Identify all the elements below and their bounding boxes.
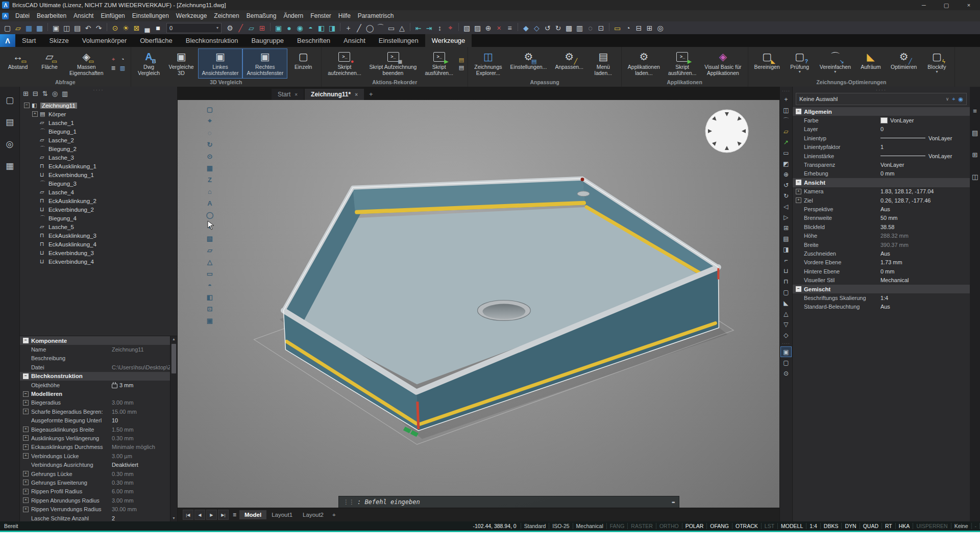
toolbar-icon[interactable]: ▦ xyxy=(34,23,45,33)
viewport-tool-icon[interactable]: ↻ xyxy=(204,139,215,149)
tree-item[interactable]: − ◧ Zeichnung11 xyxy=(20,101,177,110)
property-value[interactable]: Aus xyxy=(880,206,890,212)
toolbar-icon[interactable]: ☀ xyxy=(120,23,131,33)
tool-icon[interactable]: ▭ xyxy=(780,147,792,158)
property-row[interactable]: + Gehrungs Erweiterung 0.30 mm xyxy=(20,478,177,487)
status-toggle[interactable]: DBKS xyxy=(821,523,842,529)
toolbar-icon[interactable]: ◌ xyxy=(585,23,596,33)
property-value[interactable]: 0.30 mm xyxy=(112,435,134,441)
row-expander[interactable]: + xyxy=(23,444,29,450)
ribbon-button[interactable]: ▣ Vergleiche3D xyxy=(165,48,198,79)
property-value[interactable]: Zeichnung11 xyxy=(112,346,144,353)
toolbar-icon[interactable]: ↶ xyxy=(83,23,93,33)
menu-item[interactable]: Zeichnen xyxy=(210,12,242,19)
view-compass[interactable] xyxy=(704,108,750,154)
tree-item[interactable]: ⌒ Biegung_3 xyxy=(20,179,177,188)
property-value[interactable]: Aus xyxy=(880,251,890,257)
tool-icon[interactable]: ⊓ xyxy=(780,276,792,287)
property-value[interactable]: Minimale möglich xyxy=(112,444,155,450)
toolbar-icon[interactable] xyxy=(270,23,271,31)
menu-item[interactable]: Fenster xyxy=(307,12,335,19)
viewport-tool-icon[interactable]: △ xyxy=(204,257,215,267)
toolbar-icon[interactable]: ⊡ xyxy=(596,23,606,33)
ribbon-tab[interactable]: Volumenkörper xyxy=(76,34,133,47)
property-value[interactable]: 0 xyxy=(880,126,884,132)
tree-item[interactable]: + ▤ Körper xyxy=(20,110,177,118)
add-layout-button[interactable]: + xyxy=(329,512,339,518)
status-toggle[interactable]: 1:4 xyxy=(806,523,821,529)
toolbar-icon[interactable] xyxy=(340,23,340,31)
property-row[interactable]: + Gehrungs Lücke 0.30 mm xyxy=(20,469,177,478)
toolbar-icon[interactable]: ▧ xyxy=(461,23,472,33)
ribbon-button[interactable]: ↔▭ Abstand xyxy=(2,48,34,79)
toolbar-icon[interactable]: ⌒ xyxy=(375,23,386,33)
app-logo-icon-small[interactable]: Λ xyxy=(2,13,9,19)
scroll-up-icon[interactable]: ▲ xyxy=(172,336,176,342)
toolbar-icon[interactable]: ◯ xyxy=(364,23,375,33)
property-row[interactable]: + Biegeausklinkungs Breite 1.50 mm xyxy=(20,425,177,434)
close-icon[interactable]: × xyxy=(295,92,298,97)
toolbar-icon[interactable]: ◎ xyxy=(655,23,666,33)
property-row[interactable]: Linientypfaktor 1 xyxy=(793,143,970,152)
mini-tool-icon[interactable]: ▤ xyxy=(459,57,464,63)
toolbar-icon[interactable]: ▣ xyxy=(273,23,284,33)
property-row[interactable]: + Scharfe Biegeradius Begren: 15.00 mm xyxy=(20,407,177,416)
property-row[interactable]: + Eckausklinkungs Durchmess Minimale mög… xyxy=(20,443,177,452)
toolbar-icon[interactable]: ▦ xyxy=(23,23,34,33)
row-expander[interactable]: + xyxy=(23,480,29,485)
viewport-tool-icon[interactable]: ◯ xyxy=(204,210,215,220)
tool-icon[interactable]: ▢ xyxy=(780,357,792,368)
ribbon-tab[interactable]: Start xyxy=(15,34,42,47)
tool-icon[interactable]: ◇ xyxy=(780,330,792,340)
toolbar-icon[interactable]: ◆ xyxy=(521,23,531,33)
property-value[interactable]: VonLayer xyxy=(890,117,914,123)
toolbar-icon[interactable]: ↕ xyxy=(434,23,445,33)
toolbar-icon[interactable]: ⊞ xyxy=(644,23,655,33)
toolbar-icon[interactable]: + xyxy=(343,23,354,33)
toolbar-icon[interactable]: ≡ xyxy=(504,23,515,33)
status-toggle[interactable]: DYN xyxy=(842,523,860,529)
tool-icon[interactable]: ↗ xyxy=(780,137,792,147)
ribbon-button[interactable]: ▢? Prüfung▾ xyxy=(784,48,816,79)
toolbar-icon[interactable]: ↻ xyxy=(553,23,564,33)
toolbar-icon[interactable]: ▢ xyxy=(2,23,13,33)
row-expander[interactable]: + xyxy=(23,409,29,414)
tool-icon[interactable]: ↺ xyxy=(780,180,792,190)
toolbar-icon[interactable]: ◫ xyxy=(61,23,72,33)
property-row[interactable]: + Rippen Verrundungs Radius 30.00 mm xyxy=(20,505,177,513)
layout-nav-button[interactable]: ▶| xyxy=(218,510,229,520)
property-value[interactable]: Aus xyxy=(880,304,890,310)
toolbar-icon[interactable]: ■ xyxy=(153,23,163,33)
property-row[interactable]: Perspektive Aus xyxy=(793,205,970,213)
status-toggle[interactable]: RT xyxy=(882,523,896,529)
menu-item[interactable]: Bearbeiten xyxy=(33,12,70,19)
ribbon-button[interactable]: >_◼ Skript Aufzeichnungbeenden xyxy=(365,48,421,79)
tool-icon[interactable]: ⊔ xyxy=(780,265,792,276)
row-expander[interactable]: − xyxy=(23,391,29,397)
toolbar-icon[interactable] xyxy=(410,23,410,31)
ribbon-tab[interactable]: Werkzeuge xyxy=(425,34,472,47)
tree-item[interactable]: ⌒ Biegung_4 xyxy=(20,214,177,222)
tool-icon[interactable]: ···· xyxy=(780,88,792,94)
menu-item[interactable]: Einfügen xyxy=(97,12,128,19)
dock-tab-icon[interactable]: ▤ xyxy=(6,117,14,128)
property-value[interactable]: 2 xyxy=(112,515,115,521)
row-expander[interactable]: + xyxy=(23,400,29,406)
toolbar-icon[interactable]: ▭ xyxy=(612,23,623,33)
viewport-tool-icon[interactable]: ▧ xyxy=(204,233,215,243)
window-control-button[interactable]: ▢ xyxy=(935,0,958,10)
scroll-thumb[interactable] xyxy=(172,344,176,373)
row-expander[interactable]: + xyxy=(23,453,29,459)
browser-tool-icon[interactable]: ⊞ xyxy=(23,90,29,97)
status-toggle[interactable]: HKA xyxy=(896,523,914,529)
property-value[interactable]: 1:4 xyxy=(880,295,888,301)
toolbar-icon[interactable]: ▤ xyxy=(72,23,83,33)
dock-tab-icon[interactable]: ▢ xyxy=(6,95,14,106)
property-value[interactable]: 50 mm xyxy=(880,215,898,221)
tool-icon[interactable]: ▣ xyxy=(780,346,792,357)
ribbon-button[interactable]: >_● Skriptaufzeichnen... xyxy=(324,48,365,79)
ribbon-button[interactable]: ⌒↘ Vereinfachen▾ xyxy=(816,48,855,79)
property-row[interactable]: Blickfeld 38.58 xyxy=(793,222,970,231)
color-swatch[interactable] xyxy=(880,117,888,123)
command-options-icon[interactable]: ▬ xyxy=(672,499,674,505)
